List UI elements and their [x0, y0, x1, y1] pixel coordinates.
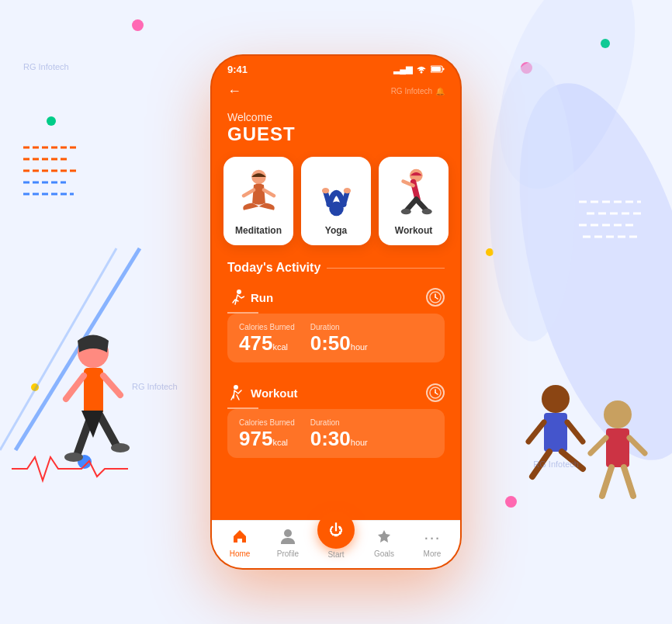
svg-point-42 — [321, 187, 328, 192]
svg-point-50 — [237, 289, 241, 294]
notification-area: RG Infotech 🔔 — [391, 87, 445, 95]
run-name: Run — [227, 289, 273, 306]
run-calories-label: Calories Burned — [239, 323, 295, 331]
run-duration-value: 0:50hour — [310, 333, 368, 353]
svg-point-32 — [421, 71, 423, 73]
svg-line-28 — [629, 438, 645, 453]
status-time: 9:41 — [227, 64, 248, 75]
nav-profile[interactable]: Profile — [268, 529, 307, 558]
workout-stats-card: Calories Burned 975kcal Duration 0:30hou… — [227, 409, 445, 458]
run-clock-icon — [426, 288, 445, 307]
watermark-topleft: RG Infotech — [23, 62, 69, 71]
svg-point-19 — [542, 385, 570, 413]
run-calories-value: 475kcal — [239, 333, 295, 353]
title-divider — [327, 268, 445, 269]
svg-point-18 — [111, 443, 130, 452]
signal-icon: ▂▄▆ — [393, 64, 412, 75]
nav-home[interactable]: Home — [220, 529, 259, 558]
workout-name: Workout — [227, 384, 298, 401]
run-activity-row: Run — [227, 279, 445, 310]
workout-figure — [389, 167, 439, 217]
svg-line-21 — [528, 422, 544, 442]
battery-icon — [431, 65, 445, 75]
svg-rect-35 — [443, 68, 445, 70]
section-title-text: Today's Activity — [227, 261, 320, 275]
run-stats-card: Calories Burned 475kcal Duration 0:50hou… — [227, 314, 445, 362]
svg-line-13 — [66, 376, 84, 399]
welcome-section: Welcome GUEST — [212, 107, 460, 157]
svg-line-53 — [435, 297, 438, 299]
watermark-bottomright: RG Infotech — [533, 459, 579, 469]
goals-icon — [376, 529, 392, 548]
svg-line-29 — [602, 467, 611, 496]
workout-label: Workout — [251, 387, 298, 400]
run-label: Run — [251, 291, 273, 304]
more-icon: ··· — [424, 528, 440, 548]
run-duration: Duration 0:50hour — [310, 323, 368, 353]
svg-rect-26 — [606, 428, 629, 467]
run-icon — [227, 289, 244, 306]
workout-calories: Calories Burned 975kcal — [239, 418, 295, 449]
svg-line-37 — [244, 189, 254, 195]
yoga-figure — [311, 167, 362, 217]
workout-activity-icon — [227, 384, 244, 401]
svg-line-27 — [591, 438, 606, 453]
right-figures — [494, 376, 664, 593]
workout-card[interactable]: Workout — [379, 157, 449, 245]
status-bar: 9:41 ▂▄▆ — [212, 56, 460, 79]
section-title: Today's Activity — [227, 261, 445, 275]
power-icon: ⏻ — [329, 522, 343, 539]
more-nav-label: More — [424, 549, 442, 558]
meditation-card[interactable]: Meditation — [223, 157, 293, 245]
svg-line-16 — [99, 414, 116, 445]
phone-mockup: 9:41 ▂▄▆ — [212, 56, 460, 568]
svg-point-31 — [490, 62, 575, 341]
profile-nav-label: Profile — [277, 549, 299, 558]
yoga-label: Yoga — [325, 225, 347, 236]
watermark-bottomleft: RG Infotech — [132, 382, 178, 391]
deco-circle-3 — [47, 116, 56, 126]
yoga-card[interactable]: Yoga — [301, 157, 371, 245]
meditation-figure — [234, 167, 284, 217]
todays-activity-section: Today's Activity Run — [212, 261, 460, 458]
svg-line-57 — [435, 393, 438, 394]
workout-clock-icon — [426, 383, 445, 402]
svg-point-49 — [421, 208, 431, 213]
meditation-icon-area — [231, 165, 286, 219]
workout-activity-row: Workout — [227, 374, 445, 406]
svg-line-38 — [264, 189, 274, 195]
svg-point-54 — [234, 385, 238, 390]
phone-frame: 9:41 ▂▄▆ — [212, 56, 460, 568]
activity-categories: Meditation — [212, 157, 460, 261]
back-button[interactable]: ← — [227, 83, 241, 99]
svg-point-25 — [604, 400, 632, 428]
svg-point-43 — [343, 187, 350, 192]
profile-icon — [280, 529, 296, 548]
start-nav-label: Start — [327, 550, 344, 559]
svg-line-14 — [103, 376, 120, 395]
deco-lines-right — [571, 194, 649, 334]
workout-label: Workout — [395, 225, 432, 236]
workout-calories-label: Calories Burned — [239, 418, 295, 427]
meditation-label: Meditation — [235, 225, 282, 236]
svg-line-30 — [624, 467, 633, 496]
svg-line-40 — [325, 192, 329, 204]
nav-goals[interactable]: Goals — [365, 529, 404, 558]
username-display: GUEST — [227, 123, 445, 145]
svg-point-17 — [64, 452, 83, 462]
nav-more[interactable]: ··· More — [413, 528, 452, 558]
welcome-greeting: Welcome — [227, 111, 445, 123]
start-button[interactable]: ⏻ — [317, 511, 355, 549]
workout-duration-label: Duration — [310, 418, 368, 427]
svg-line-47 — [416, 199, 426, 210]
deco-circle-1 — [132, 19, 144, 31]
workout-calories-value: 975kcal — [239, 428, 295, 449]
bag-shape — [486, 47, 579, 357]
rg-label: RG Infotech — [391, 87, 432, 95]
svg-point-58 — [284, 529, 292, 537]
run-calories: Calories Burned 475kcal — [239, 323, 295, 353]
bell-icon[interactable]: 🔔 — [435, 87, 445, 95]
top-nav: ← RG Infotech 🔔 — [212, 79, 460, 107]
run-duration-label: Duration — [310, 323, 368, 331]
nav-start[interactable]: ⏻ Start — [317, 527, 355, 559]
